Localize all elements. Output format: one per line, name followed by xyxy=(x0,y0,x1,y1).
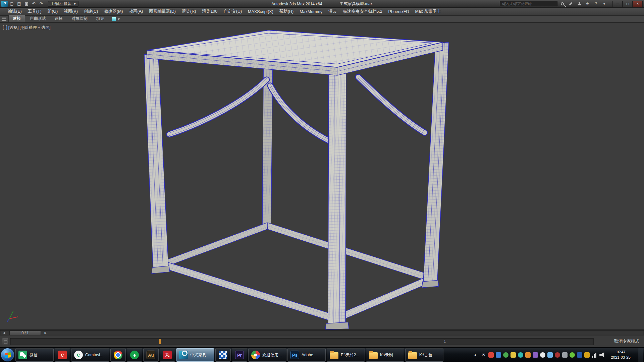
menu-render100[interactable]: 渲染100 xyxy=(199,8,220,15)
tray-app-icon[interactable] xyxy=(540,352,545,358)
tab-selection[interactable]: 选择 xyxy=(51,15,67,22)
taskbar-button-wechat[interactable]: 微信 xyxy=(15,348,54,362)
taskbar-button-premiere[interactable]: Pr xyxy=(232,348,247,362)
menu-views[interactable]: 视图(V) xyxy=(61,8,81,15)
undo-icon[interactable]: ↶ xyxy=(31,1,37,7)
favorites-star-icon[interactable]: ★ xyxy=(584,1,591,7)
taskbar-label: 中式家具... xyxy=(190,352,210,358)
menu-create[interactable]: 创建(C) xyxy=(81,8,101,15)
viewport-3d-canvas[interactable] xyxy=(0,23,644,329)
open-file-icon[interactable]: ▤ xyxy=(16,1,22,7)
taskbar-button-folder-k-record[interactable]: K:\录制 xyxy=(366,348,404,362)
cancel-expert-mode-button[interactable]: 取消专家模式 xyxy=(614,339,639,344)
tray-app-icon[interactable] xyxy=(555,352,560,358)
search-icon[interactable] xyxy=(559,1,566,7)
3dsmax-logo-icon[interactable] xyxy=(1,1,8,7)
help-icon[interactable]: ? xyxy=(592,1,599,7)
menu-animation[interactable]: 动画(A) xyxy=(126,8,146,15)
minimize-button[interactable]: ─ xyxy=(612,1,623,7)
viewport-menu-general[interactable]: [+] xyxy=(3,25,7,31)
menu-phoenixfd[interactable]: PhoenixFD xyxy=(385,8,412,15)
close-button[interactable]: × xyxy=(633,1,643,7)
help-dropdown-icon[interactable]: ▾ xyxy=(601,1,608,7)
tray-expand-icon[interactable]: ▲ xyxy=(472,353,478,357)
show-desktop-button[interactable] xyxy=(638,348,643,362)
next-frame-icon[interactable]: ▶ xyxy=(43,330,48,335)
menu-edit[interactable]: 编辑(E) xyxy=(5,8,25,15)
previous-frame-icon[interactable]: ◀ xyxy=(1,330,7,335)
viewport-menu-pov[interactable]: [透视] xyxy=(8,25,19,31)
tray-app-icon[interactable] xyxy=(503,352,508,358)
tray-app-icon[interactable] xyxy=(533,352,538,358)
menu-maxmummy[interactable]: MaxMummy xyxy=(297,8,325,15)
taskbar-clock[interactable]: 16:47 2021-03-25 xyxy=(607,350,635,360)
ribbon-mini-icon[interactable] xyxy=(112,17,116,21)
ribbon-grip-icon[interactable] xyxy=(2,17,6,21)
tray-app-icon[interactable] xyxy=(547,352,553,358)
search-input[interactable] xyxy=(500,1,557,6)
taskbar-label: 欢迎使用... xyxy=(262,352,282,358)
clock-date: 2021-03-25 xyxy=(611,355,631,360)
menu-graph-editors[interactable]: 图形编辑器(D) xyxy=(146,8,179,15)
tray-app-icon[interactable] xyxy=(488,352,494,358)
axis-gizmo xyxy=(7,311,18,322)
save-file-icon[interactable]: ▣ xyxy=(23,1,30,7)
tray-network-icon[interactable] xyxy=(592,352,597,358)
tab-populate[interactable]: 填充 xyxy=(92,15,108,22)
tab-modeling[interactable]: 建模 xyxy=(8,15,25,22)
tab-freeform[interactable]: 自由形式 xyxy=(26,15,50,22)
perspective-viewport[interactable]: [+] [透视] [明暗处理 + 边面] xyxy=(0,22,644,329)
menu-rendering[interactable]: 渲染(R) xyxy=(179,8,199,15)
taskbar-button-folder-e-tianzhu[interactable]: E:\天竹2... xyxy=(327,348,365,362)
wechat-icon xyxy=(18,351,27,359)
tray-app-icon[interactable] xyxy=(584,352,590,358)
viewport-menu-shading[interactable]: [明暗处理 + 边面] xyxy=(19,25,50,31)
tray-app-icon[interactable] xyxy=(570,352,575,358)
new-scene-icon[interactable]: ▢ xyxy=(8,1,15,7)
menu-xuanyun[interactable]: 渲云 xyxy=(325,8,340,15)
taskbar-button-photoshop[interactable]: Ps Adobe ... xyxy=(287,348,326,362)
user-account-icon[interactable] xyxy=(576,1,583,7)
menu-group[interactable]: 组(G) xyxy=(45,8,61,15)
taskbar-button-green-e-app[interactable]: e xyxy=(127,348,142,362)
taskbar-button-folder-k-guse[interactable]: K:\古色... xyxy=(405,348,443,362)
menu-help[interactable]: 帮助(H) xyxy=(276,8,297,15)
taskbar-button-camtasia[interactable]: C Camtasi... xyxy=(71,348,109,362)
taskbar-button-audition[interactable]: Au xyxy=(143,348,159,362)
taskbar-button-chrome[interactable] xyxy=(110,348,126,362)
tray-app-icon[interactable] xyxy=(577,352,582,358)
menu-modifiers[interactable]: 修改器(M) xyxy=(101,8,126,15)
taskbar-button-3dsmax-active[interactable]: 中式家具... xyxy=(176,348,214,362)
menu-maxscript[interactable]: MAXScript(X) xyxy=(245,8,276,15)
tray-app-icon[interactable] xyxy=(562,352,568,358)
time-slider-handle[interactable]: 0 / 1 xyxy=(9,330,41,335)
menu-archive-plugin[interactable]: 极速瘦身安全归档5.2 xyxy=(340,8,385,15)
tab-object-paint[interactable]: 对象绘制 xyxy=(67,15,92,22)
start-button[interactable] xyxy=(1,348,14,362)
tray-app-icon[interactable] xyxy=(496,352,501,358)
taskbar-button-wan-app[interactable]: 丸 xyxy=(160,348,175,362)
open-mini-curve-editor-icon[interactable] xyxy=(2,338,8,345)
tray-mail-icon[interactable]: ✉ xyxy=(480,352,486,357)
menu-antivirus[interactable]: Max 杀毒卫士 xyxy=(412,8,444,15)
taskbar-button-red-c-app[interactable]: C xyxy=(55,348,70,362)
redo-icon[interactable]: ↷ xyxy=(38,1,45,7)
taskbar-button-welcome-window[interactable]: 欢迎使用... xyxy=(248,348,286,362)
tray-app-icon[interactable] xyxy=(511,352,516,358)
menu-customize[interactable]: 自定义(U) xyxy=(220,8,245,15)
tray-app-icon[interactable] xyxy=(525,352,531,358)
key-marker[interactable] xyxy=(159,339,161,344)
premiere-icon: Pr xyxy=(235,351,244,359)
ribbon-dropdown-icon[interactable]: ▾ xyxy=(118,17,120,21)
table-model[interactable] xyxy=(144,30,449,329)
menu-tools[interactable]: 工具(T) xyxy=(25,8,45,15)
pen-icon[interactable] xyxy=(567,1,574,7)
workspace-dropdown[interactable]: 工作区: 默认 ▾ xyxy=(48,1,78,7)
time-slider-track[interactable] xyxy=(0,330,644,335)
tray-app-icon[interactable] xyxy=(518,352,523,358)
tray-volume-icon[interactable] xyxy=(599,352,605,358)
maximize-button[interactable]: □ xyxy=(623,1,633,7)
taskbar-button-tiles-app[interactable] xyxy=(215,348,231,362)
track-bar-track[interactable]: 1 xyxy=(10,338,594,345)
title-bar: ▢ ▤ ▣ ↶ ↷ 工作区: 默认 ▾ Autodesk 3ds Max 201… xyxy=(0,0,644,8)
